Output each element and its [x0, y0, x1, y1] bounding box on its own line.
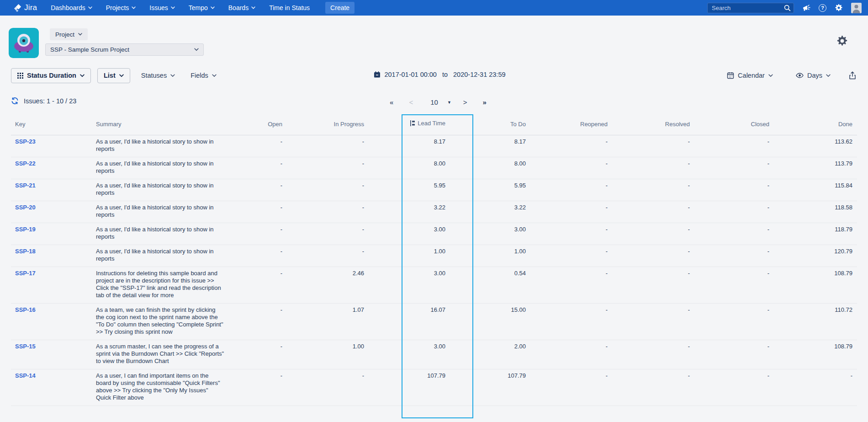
project-select[interactable]: SSP - Sample Scrum Project	[45, 43, 204, 56]
cell-summary: As a user, I'd like a historical story t…	[96, 135, 233, 157]
cell-in-progress: -	[287, 245, 369, 267]
cell-summary: As a user, I'd like a historical story t…	[96, 245, 233, 267]
search-input[interactable]	[707, 3, 794, 13]
nav-item-dashboards[interactable]: Dashboards	[51, 4, 92, 11]
user-avatar[interactable]	[851, 3, 862, 13]
column-header-resolved[interactable]: Resolved	[612, 115, 694, 135]
cell-done: 120.79	[774, 245, 857, 267]
cell-done: 110.72	[774, 304, 857, 340]
announcements-icon[interactable]	[802, 4, 810, 12]
toolbar-right-group: Calendar Days	[722, 68, 856, 83]
column-header-done[interactable]: Done	[774, 115, 857, 135]
cell-done: 113.62	[774, 135, 857, 157]
scope-selector-button[interactable]: Project	[50, 28, 88, 40]
chevron-down-icon	[78, 33, 82, 36]
refresh-icon[interactable]	[11, 97, 19, 105]
cell-reopened: -	[530, 245, 612, 267]
table-row: SSP-23As a user, I'd like a historical s…	[11, 135, 857, 157]
cell-lead-time: 1.00	[369, 245, 450, 267]
issue-key-link[interactable]: SSP-22	[15, 160, 36, 167]
column-header-closed[interactable]: Closed	[694, 115, 774, 135]
table-row: SSP-15As a scrum master, I can see the p…	[11, 340, 857, 369]
cell-to-do: 5.95	[450, 179, 530, 201]
pagination-first-button[interactable]: «	[388, 97, 395, 107]
cell-in-progress: 1.00	[287, 340, 369, 369]
issues-count-label: Issues: 1 - 10 / 23	[24, 97, 76, 105]
eye-icon	[796, 73, 804, 78]
pagination-last-button[interactable]: »	[481, 97, 488, 107]
export-icon[interactable]	[849, 71, 856, 80]
create-button[interactable]: Create	[325, 2, 355, 14]
cell-to-do: 15.00	[450, 304, 530, 340]
table-row: SSP-14As a user, I can find important it…	[11, 369, 857, 406]
cell-done: 115.84	[774, 179, 857, 201]
pagination-next-button[interactable]: >	[461, 97, 469, 107]
page-size-value[interactable]: 10	[429, 97, 440, 107]
calendar-type-dropdown[interactable]: Calendar	[722, 72, 778, 79]
nav-item-tempo[interactable]: Tempo	[189, 4, 215, 11]
cell-in-progress: -	[287, 135, 369, 157]
issue-key-link[interactable]: SSP-15	[15, 343, 36, 350]
cell-open: -	[233, 135, 287, 157]
cell-closed: -	[694, 369, 774, 406]
page-size-dropdown-caret[interactable]: ▼	[447, 100, 451, 105]
issues-summary-bar: Issues: 1 - 10 / 23	[11, 97, 76, 105]
chevron-down-icon	[826, 74, 831, 77]
cell-reopened: -	[530, 369, 612, 406]
jira-logo[interactable]: Jira	[13, 3, 37, 12]
cell-closed: -	[694, 267, 774, 304]
cell-lead-time: 3.22	[369, 201, 450, 223]
cell-reopened: -	[530, 304, 612, 340]
nav-item-boards[interactable]: Boards	[228, 4, 255, 11]
table-row: SSP-20As a user, I'd like a historical s…	[11, 201, 857, 223]
column-header-lead-time[interactable]: Lead Time	[369, 115, 450, 135]
issue-key-link[interactable]: SSP-18	[15, 248, 36, 255]
cell-open: -	[233, 267, 287, 304]
date-range-picker[interactable]: 2017-01-01 00:00 to 2020-12-31 23:59	[373, 71, 505, 78]
issue-key-link[interactable]: SSP-20	[15, 204, 36, 211]
cell-done: -	[774, 369, 857, 406]
cell-summary: As a user, I'd like a historical story t…	[96, 179, 233, 201]
column-header-reopened[interactable]: Reopened	[530, 115, 612, 135]
column-header-to-do[interactable]: To Do	[450, 115, 530, 135]
units-dropdown[interactable]: Days	[791, 72, 835, 79]
report-settings-gear-icon[interactable]	[836, 35, 848, 47]
cell-lead-time: 8.17	[369, 135, 450, 157]
cell-open: -	[233, 340, 287, 369]
fields-dropdown[interactable]: Fields	[186, 72, 221, 79]
report-type-dropdown[interactable]: Status Duration	[11, 68, 91, 83]
statuses-dropdown[interactable]: Statuses	[137, 72, 180, 79]
project-avatar	[9, 28, 39, 58]
pagination-prev-button[interactable]: <	[407, 97, 415, 107]
column-header-key[interactable]: Key	[11, 115, 96, 135]
status-duration-table: Key Summary Open In Progress Lead Time T…	[11, 115, 857, 406]
nav-item-projects[interactable]: Projects	[106, 4, 136, 11]
chevron-down-icon	[171, 6, 175, 9]
column-header-in-progress[interactable]: In Progress	[287, 115, 369, 135]
nav-item-time-in-status[interactable]: Time in Status	[269, 4, 310, 11]
cell-in-progress: -	[287, 201, 369, 223]
issue-key-link[interactable]: SSP-23	[15, 138, 36, 145]
help-icon[interactable]: ?	[819, 4, 826, 12]
search-icon[interactable]	[784, 5, 791, 11]
cell-open: -	[233, 179, 287, 201]
issue-key-link[interactable]: SSP-14	[15, 372, 36, 379]
issue-key-link[interactable]: SSP-21	[15, 182, 36, 189]
cell-to-do: 3.00	[450, 223, 530, 245]
column-header-summary[interactable]: Summary	[96, 115, 233, 135]
jira-logo-icon	[13, 4, 21, 12]
view-dropdown[interactable]: List	[97, 68, 130, 83]
column-header-open[interactable]: Open	[233, 115, 287, 135]
nav-item-issues[interactable]: Issues	[149, 4, 175, 11]
cell-summary: As a team, we can finish the sprint by c…	[96, 304, 233, 340]
grid-icon	[17, 73, 23, 79]
issue-key-link[interactable]: SSP-17	[15, 270, 36, 277]
issue-key-link[interactable]: SSP-16	[15, 306, 36, 313]
settings-icon[interactable]	[835, 4, 843, 12]
cell-done: 113.79	[774, 157, 857, 179]
cell-resolved: -	[612, 135, 694, 157]
chevron-down-icon	[211, 6, 215, 9]
top-navbar: Jira Dashboards Projects Issues Tempo Bo…	[0, 0, 868, 16]
issue-key-link[interactable]: SSP-19	[15, 226, 36, 233]
calendar-icon	[373, 71, 381, 78]
